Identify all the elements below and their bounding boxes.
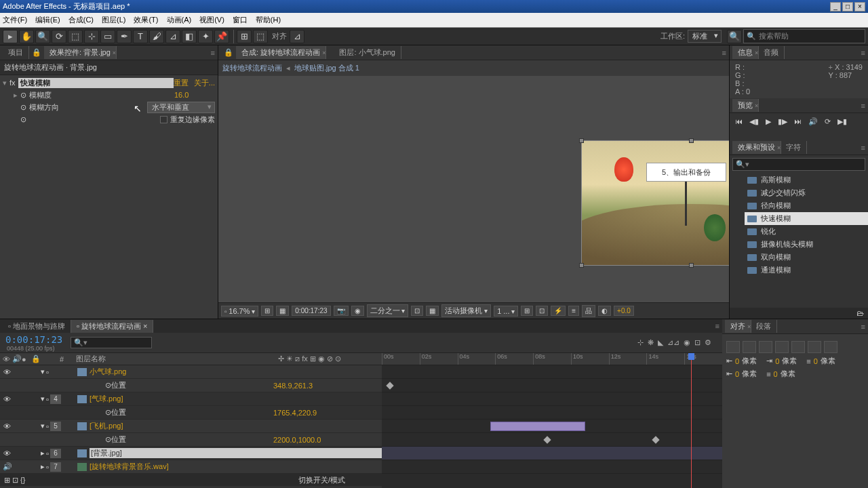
tab-close-icon[interactable]: × <box>322 49 326 56</box>
layer-row[interactable]: 👁▾▫ 小气球.png <box>0 365 382 379</box>
timeline-tracks[interactable]: 00s02s 04s06s 08s10s 12s14s 16s <box>382 353 722 488</box>
first-frame-icon[interactable]: ⏮ <box>735 117 743 126</box>
eraser-tool[interactable]: ◧ <box>182 30 197 43</box>
tab-paragraph[interactable]: 段落 <box>751 320 777 333</box>
search-help-input[interactable]: 🔍 搜索帮助 <box>743 29 865 43</box>
resolution-dropdown[interactable]: 二分之一 ▾ <box>367 304 409 317</box>
panel-menu-icon[interactable]: ≡ <box>211 49 215 57</box>
fast-preview-icon[interactable]: ⚡ <box>551 306 566 316</box>
fx-item[interactable]: 径向模糊 <box>745 199 868 212</box>
transparency-icon[interactable]: ▦ <box>426 306 439 316</box>
menu-view[interactable]: 视图(V) <box>199 15 224 25</box>
fx-item[interactable]: 减少交错闪烁 <box>745 186 868 199</box>
menu-help[interactable]: 帮助(H) <box>256 15 281 25</box>
loop-icon[interactable]: ⟳ <box>825 117 831 126</box>
draft3d-icon[interactable]: ❋ <box>648 338 654 347</box>
menu-window[interactable]: 窗口 <box>233 15 248 25</box>
last-frame-icon[interactable]: ⏭ <box>794 117 802 126</box>
shy-icon[interactable]: ◣ <box>658 338 663 347</box>
tab-project[interactable]: 项目 <box>3 46 29 59</box>
lock-icon[interactable]: 🔒 <box>32 48 41 57</box>
channels-icon[interactable]: ◉ <box>351 306 364 316</box>
layer-name[interactable]: [气球.png] <box>90 394 382 404</box>
prev-frame-icon[interactable]: ◀▮ <box>749 117 759 126</box>
justify-right-icon[interactable] <box>808 341 821 353</box>
timeline-icon[interactable]: ≡ <box>568 306 579 316</box>
fx-item[interactable]: 通道模糊 <box>745 264 868 277</box>
transform-handle[interactable] <box>579 138 584 143</box>
current-timecode[interactable]: 0:00:17:23 <box>5 334 62 345</box>
next-frame-icon[interactable]: ▮▶ <box>778 117 787 126</box>
disclosure-icon[interactable]: ▾ <box>3 79 9 87</box>
timeline-search-input[interactable]: 🔍▾ <box>71 337 152 348</box>
transform-handle[interactable] <box>689 138 694 143</box>
stopwatch-icon[interactable]: ⊙ <box>105 435 111 444</box>
pen-tool[interactable]: ✒ <box>117 30 132 43</box>
tab-effects-presets[interactable]: 效果和预设 <box>732 141 781 154</box>
play-icon[interactable]: ▶ <box>766 117 771 126</box>
layer-name[interactable]: 小气球.png <box>90 367 382 377</box>
justify-all-icon[interactable] <box>824 341 837 353</box>
graph-icon[interactable]: ⊡ <box>694 338 701 347</box>
comp-mini-icon[interactable]: ⊹ <box>637 338 644 347</box>
mask-tool[interactable]: ▭ <box>100 30 115 43</box>
keyframe-icon[interactable] <box>386 382 393 389</box>
justify-center-icon[interactable] <box>791 341 805 353</box>
tab-layer[interactable]: 图层: 小气球.png <box>334 46 401 59</box>
position-value[interactable]: 2200.0,1000.0 <box>273 436 321 444</box>
menu-comp[interactable]: 合成(C) <box>68 15 94 25</box>
axis-icon[interactable]: ⊞ <box>237 30 252 43</box>
time-ruler[interactable]: 00s02s 04s06s 08s10s 12s14s 16s <box>382 353 722 365</box>
ram-preview-icon[interactable]: ▶▮ <box>837 117 847 126</box>
solo-column-icon[interactable]: ● <box>22 355 31 363</box>
stopwatch-icon[interactable]: ⊙ <box>20 103 26 112</box>
blur-direction-dropdown[interactable]: 水平和垂直 <box>147 102 215 113</box>
menu-layer[interactable]: 图层(L) <box>102 15 125 25</box>
property-row[interactable]: ⊙ 位置 2200.0,1000.0 <box>0 433 382 447</box>
pixel-aspect-icon[interactable]: ⊡ <box>536 306 548 316</box>
effect-name[interactable]: 快速模糊 <box>18 78 174 88</box>
layer-bar[interactable] <box>490 422 585 431</box>
transform-handle[interactable] <box>689 263 694 268</box>
stamp-tool[interactable]: ⊿ <box>165 30 180 43</box>
views-dropdown[interactable]: 1 ... ▾ <box>494 306 518 317</box>
brainstorm-icon[interactable]: ⚙ <box>705 338 711 347</box>
effects-bin-icon[interactable]: 🗁 <box>730 308 868 319</box>
property-row[interactable]: ⊙ 位置 1765.4,220.9 <box>0 406 382 420</box>
hand-tool[interactable]: ✋ <box>19 30 34 43</box>
tab-effect-controls[interactable]: 效果控件: 背景.jpg <box>44 46 117 59</box>
menu-anim[interactable]: 动画(A) <box>167 15 192 25</box>
fx-item[interactable]: 双向模糊 <box>745 251 868 264</box>
val-blurriness[interactable]: 16.0 <box>174 91 215 99</box>
roi-icon[interactable]: ⊡ <box>411 306 423 316</box>
align-right-icon[interactable] <box>759 341 772 353</box>
audio-column-icon[interactable]: 🔊 <box>12 354 22 363</box>
panel-menu-icon[interactable]: ≡ <box>861 323 865 331</box>
about-link[interactable]: 关于... <box>194 78 215 88</box>
panel-menu-icon[interactable]: ≡ <box>722 49 726 57</box>
snapshot-icon[interactable]: 📷 <box>334 306 349 316</box>
composition-viewport[interactable]: 5、输出和备份 <box>218 76 729 302</box>
panel-menu-icon[interactable]: ≡ <box>861 102 865 110</box>
justify-left-icon[interactable] <box>775 341 789 353</box>
grid-icon[interactable]: ▦ <box>276 306 289 316</box>
minimize-button[interactable]: _ <box>830 2 841 12</box>
workspace-dropdown[interactable]: 标准 <box>688 30 722 43</box>
exposure-reset-icon[interactable]: ◐ <box>598 306 611 316</box>
fx-item[interactable]: 摄像机镜头模糊 <box>745 238 868 251</box>
panel-menu-icon[interactable]: ≡ <box>861 49 865 57</box>
zoom-tool[interactable]: 🔍 <box>35 30 50 43</box>
snap-toggle[interactable]: ⬚ <box>253 30 268 43</box>
brush-tool[interactable]: 🖌 <box>149 30 164 43</box>
stopwatch-icon[interactable]: ⊙ <box>20 91 26 100</box>
fx-enable-icon[interactable]: fx <box>9 79 16 87</box>
layer-name[interactable]: [飞机.png] <box>90 421 382 431</box>
layer-name[interactable]: [背景.jpg] <box>90 448 382 458</box>
fx-item-selected[interactable]: 快速模糊 <box>745 212 868 225</box>
position-value[interactable]: 1765.4,220.9 <box>273 409 317 417</box>
puppet-tool[interactable]: 📌 <box>214 30 229 43</box>
layer-row[interactable]: 👁▾▫4 [气球.png] <box>0 392 382 406</box>
effects-search-input[interactable]: 🔍▾ <box>732 158 865 171</box>
anchor-tool[interactable]: ⊹ <box>84 30 99 43</box>
fx-item[interactable]: 高斯模糊 <box>745 174 868 186</box>
